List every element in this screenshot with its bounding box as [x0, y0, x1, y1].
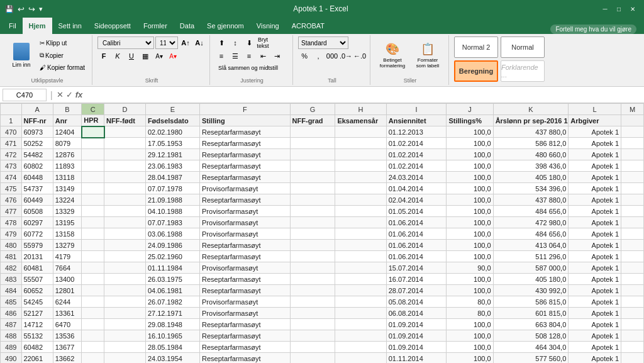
cell[interactable]	[104, 206, 146, 217]
cell[interactable]: 02.04.2014	[386, 194, 447, 206]
cell[interactable]	[621, 353, 644, 364]
row-header[interactable]: 472	[1, 149, 22, 160]
cell[interactable]: 50252	[21, 138, 53, 149]
wrap-text-btn[interactable]: Bryt tekst	[257, 36, 269, 49]
cell[interactable]	[82, 183, 104, 194]
normal2-style[interactable]: Normal 2	[454, 36, 498, 58]
cell[interactable]	[290, 183, 335, 194]
cell[interactable]	[335, 172, 386, 183]
cell[interactable]: 24.03.1954	[145, 353, 199, 364]
col-k-header[interactable]: K	[493, 104, 569, 115]
search-ribbon[interactable]: Fortell meg hva du vil gjøre	[550, 25, 636, 34]
tab-visning[interactable]: Visning	[250, 18, 286, 34]
cell[interactable]: 13329	[53, 206, 81, 217]
cell[interactable]: 22061	[21, 353, 53, 364]
col-i-header[interactable]: I	[386, 104, 447, 115]
cell[interactable]	[290, 251, 335, 262]
cell[interactable]: 01.09.2014	[386, 342, 447, 353]
cell[interactable]	[335, 217, 386, 228]
cell[interactable]: 100,0	[447, 172, 493, 183]
cell[interactable]: 54482	[21, 149, 53, 160]
align-right-btn[interactable]: ≡	[243, 50, 255, 62]
cell[interactable]	[290, 330, 335, 342]
cell[interactable]	[104, 308, 146, 319]
cell[interactable]	[335, 194, 386, 206]
cell[interactable]: 01.09.2014	[386, 330, 447, 342]
cell[interactable]: 07.07.1983	[145, 217, 199, 228]
cell[interactable]: Stillings%	[447, 115, 493, 126]
cell[interactable]	[82, 308, 104, 319]
cell[interactable]	[335, 126, 386, 138]
cell[interactable]: 01.06.2014	[386, 217, 447, 228]
cell[interactable]: 100,0	[447, 353, 493, 364]
cell[interactable]: 6470	[53, 319, 81, 330]
tab-fil[interactable]: Fil	[3, 18, 23, 34]
cell[interactable]: 100,0	[447, 194, 493, 206]
cell[interactable]	[335, 296, 386, 308]
cell[interactable]	[621, 330, 644, 342]
cell[interactable]: 26.07.1982	[145, 296, 199, 308]
cell[interactable]	[290, 194, 335, 206]
cell[interactable]	[104, 319, 146, 330]
cell[interactable]	[104, 285, 146, 296]
cell[interactable]: 405 180,0	[493, 172, 569, 183]
cell[interactable]: 17.05.1953	[145, 138, 199, 149]
cell[interactable]: 04.06.1981	[145, 285, 199, 296]
font-family-select[interactable]: Calibri	[97, 36, 154, 49]
cell[interactable]	[335, 183, 386, 194]
cell[interactable]: Apotek 1	[569, 172, 621, 183]
cell[interactable]	[290, 274, 335, 285]
cell[interactable]	[82, 149, 104, 160]
cell[interactable]	[335, 353, 386, 364]
cell[interactable]: 15.07.2014	[386, 262, 447, 274]
indent-increase-btn[interactable]: ⇥	[270, 50, 283, 62]
cell[interactable]: 13118	[53, 172, 81, 183]
thousands-btn[interactable]: 000	[326, 50, 338, 62]
cell[interactable]: Provisorfarmasøyt	[200, 228, 291, 240]
cell[interactable]: 24.09.1986	[145, 240, 199, 251]
cell[interactable]: 100,0	[447, 240, 493, 251]
cell[interactable]	[82, 342, 104, 353]
cell[interactable]: 16.07.2014	[386, 274, 447, 285]
cell[interactable]	[335, 138, 386, 149]
row-header[interactable]: 484	[1, 285, 22, 296]
cell[interactable]: 100,0	[447, 217, 493, 228]
cell[interactable]	[290, 160, 335, 172]
cell[interactable]: NFF-født	[104, 115, 146, 126]
cell[interactable]	[335, 160, 386, 172]
confirm-formula-btn[interactable]: ✓	[66, 90, 73, 99]
tab-se-gjennom[interactable]: Se gjennom	[201, 18, 250, 34]
number-format-select[interactable]: Standard	[298, 36, 348, 49]
cell[interactable]	[621, 206, 644, 217]
cell[interactable]: Reseptarfarmasøyt	[200, 240, 291, 251]
cell[interactable]	[104, 138, 146, 149]
cell[interactable]: Arbgiver	[569, 115, 621, 126]
cell[interactable]: Apotek 1	[569, 342, 621, 353]
cell[interactable]: 534 396,0	[493, 183, 569, 194]
cell[interactable]: 29.08.1948	[145, 319, 199, 330]
tab-sett-inn[interactable]: Sett inn	[52, 18, 88, 34]
name-box[interactable]	[3, 89, 47, 101]
format-as-table-btn[interactable]: 📋 Formater som tabell	[411, 36, 445, 74]
cell[interactable]: 508 128,0	[493, 330, 569, 342]
align-left-btn[interactable]: ≡	[215, 50, 228, 62]
cell[interactable]: Provisorfarmasøyt	[200, 217, 291, 228]
cell[interactable]	[104, 251, 146, 262]
cell[interactable]	[104, 353, 146, 364]
paste-button[interactable]: Lim inn	[6, 36, 36, 74]
cell[interactable]: Apotek 1	[569, 330, 621, 342]
cell[interactable]: Provisorfarmasøyt	[200, 308, 291, 319]
cell[interactable]: Reseptarfarmasøyt	[200, 330, 291, 342]
cell[interactable]	[82, 262, 104, 274]
cell[interactable]: 60973	[21, 126, 53, 138]
cell[interactable]: 601 815,0	[493, 308, 569, 319]
cell[interactable]	[621, 217, 644, 228]
cell[interactable]: 60481	[21, 262, 53, 274]
row-header[interactable]: 480	[1, 240, 22, 251]
cell[interactable]	[104, 296, 146, 308]
cell[interactable]	[104, 330, 146, 342]
cell[interactable]	[290, 228, 335, 240]
indent-decrease-btn[interactable]: ⇤	[257, 50, 269, 62]
cell[interactable]: 60449	[21, 194, 53, 206]
cell[interactable]: Reseptarfarmasøyt	[200, 319, 291, 330]
